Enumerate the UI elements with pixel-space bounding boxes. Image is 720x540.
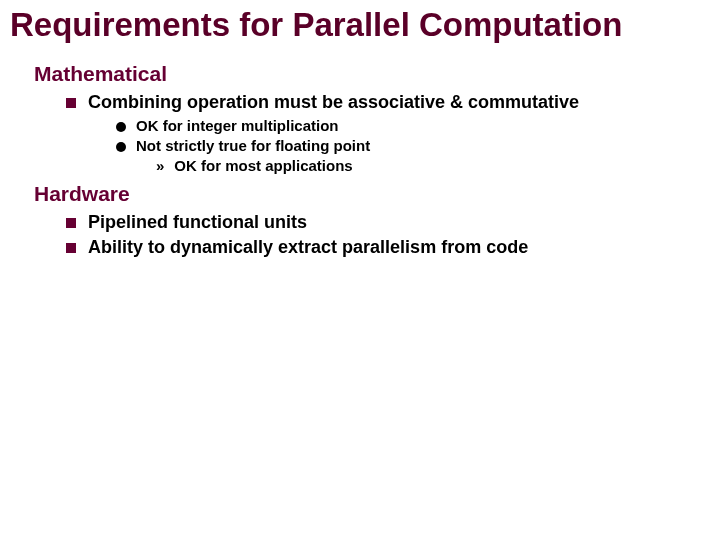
bullet-text: OK for most applications <box>174 157 352 174</box>
bullet-text: Combining operation must be associative … <box>88 92 579 113</box>
square-bullet-icon <box>66 98 76 108</box>
bullet-level1: Combining operation must be associative … <box>66 92 710 113</box>
bullet-text: Ability to dynamically extract paralleli… <box>88 237 528 258</box>
slide-container: Requirements for Parallel Computation Ma… <box>0 0 720 540</box>
raquo-bullet-icon: » <box>156 157 164 174</box>
bullet-text: Pipelined functional units <box>88 212 307 233</box>
bullet-text: OK for integer multiplication <box>136 117 339 134</box>
bullet-level2: Not strictly true for floating point <box>116 137 710 154</box>
slide-title: Requirements for Parallel Computation <box>10 6 710 44</box>
square-bullet-icon <box>66 243 76 253</box>
bullet-level2: OK for integer multiplication <box>116 117 710 134</box>
square-bullet-icon <box>66 218 76 228</box>
section-heading: Hardware <box>34 182 710 206</box>
bullet-level3: » OK for most applications <box>156 157 710 174</box>
bullet-text: Not strictly true for floating point <box>136 137 370 154</box>
section-heading: Mathematical <box>34 62 710 86</box>
disc-bullet-icon <box>116 122 126 132</box>
bullet-level1: Ability to dynamically extract paralleli… <box>66 237 710 258</box>
bullet-level1: Pipelined functional units <box>66 212 710 233</box>
disc-bullet-icon <box>116 142 126 152</box>
